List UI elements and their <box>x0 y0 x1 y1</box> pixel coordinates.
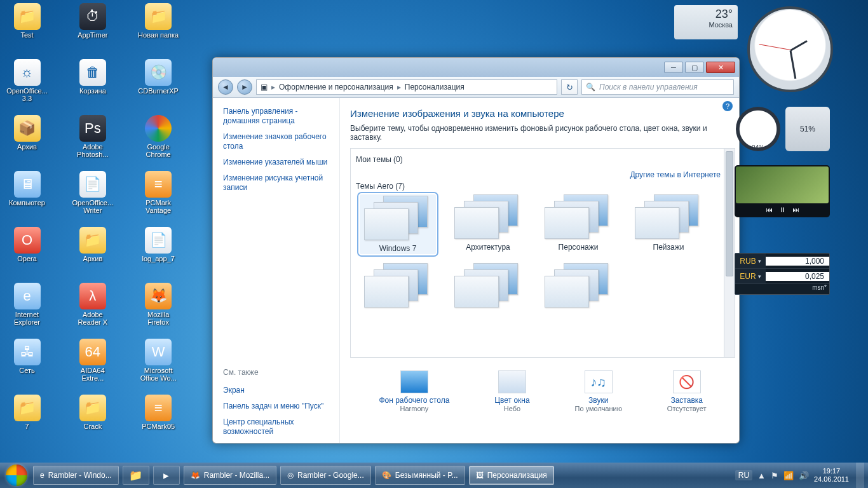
footer-link[interactable]: Звуки <box>588 396 608 405</box>
media-prev-icon[interactable]: ⏮ <box>766 206 773 214</box>
desktop-icon-22[interactable]: WMicrosoft Office Wo... <box>138 339 179 391</box>
desktop-icon-label: CDBurnerXP <box>138 87 179 95</box>
desktop-ico-glyph: 📄 <box>79 171 106 198</box>
footer-link[interactable]: Заставка <box>670 396 703 405</box>
refresh-button[interactable]: ↻ <box>561 79 578 95</box>
theme-extra-2[interactable] <box>540 263 616 309</box>
breadcrumb-1[interactable]: Оформление и персонализация <box>279 83 393 92</box>
theme-extra-1[interactable] <box>450 263 526 309</box>
window-titlebar[interactable]: ─ ▢ ✕ <box>213 58 739 77</box>
desktop-ico-glyph: λ <box>79 283 106 309</box>
clock-gadget[interactable] <box>747 6 833 92</box>
ram-meter-gadget[interactable]: 51% <box>785 107 830 151</box>
task-5[interactable]: 🎨Безымянный - P... <box>375 466 465 485</box>
desktop-icon-5[interactable]: eInternet Explorer <box>6 283 48 335</box>
sidebar-link-3[interactable]: Изменение рисунка учетной записи <box>223 173 333 193</box>
desktop-icon-label: Opera <box>17 255 37 262</box>
desktop-ico-glyph: 📦 <box>14 115 41 142</box>
desktop-icon-17[interactable]: 💿CDBurnerXP <box>138 59 179 111</box>
sidebar-seealso-2[interactable]: Центр специальных возможностей <box>223 417 333 437</box>
task-6[interactable]: 🖼Персонализация <box>469 466 554 485</box>
desktop-icon-label: Сеть <box>19 367 34 374</box>
desktop-icon-14[interactable]: 64AIDA64 Extre... <box>72 339 113 391</box>
scrollbar[interactable] <box>724 149 735 357</box>
desktop-icon-12[interactable]: 📁Архив <box>72 227 113 279</box>
minimize-button[interactable]: ─ <box>664 62 683 73</box>
tray-volume-icon[interactable]: 🔊 <box>799 471 809 480</box>
desktop-icon-0[interactable]: 📁Test <box>6 3 48 55</box>
currency-row-0[interactable]: RUB ▾1,000 <box>735 254 829 269</box>
task-4[interactable]: ◎Rambler - Google... <box>280 466 371 485</box>
desktop-icon-10[interactable]: PsAdobe Photosh... <box>72 115 113 167</box>
sidebar-link-2[interactable]: Изменение указателей мыши <box>223 158 333 167</box>
desktop-icon-13[interactable]: λAdobe Reader X <box>72 283 113 335</box>
media-gadget[interactable]: ⏮ ⏸ ⏭ <box>735 165 830 217</box>
sidebar-seealso-0[interactable]: Экран <box>223 386 333 395</box>
cpu-meter-gadget[interactable]: 04% <box>736 107 780 151</box>
pinned-icon-1[interactable]: 📁 <box>123 466 149 485</box>
footer-link[interactable]: Фон рабочего стола <box>379 396 449 405</box>
desktop-icon-20[interactable]: 📄log_app_7 <box>138 227 179 279</box>
theme-1[interactable]: Архитектура <box>450 194 526 254</box>
desktop-ico-glyph: 🖥 <box>14 171 41 198</box>
show-desktop-button[interactable] <box>857 463 864 488</box>
desktop-icon-11[interactable]: 📄OpenOffice... Writer <box>72 171 113 223</box>
sidebar-link-0[interactable]: Панель управления - домашняя страница <box>223 107 333 126</box>
desktop-icon-3[interactable]: 🖥Компьютер <box>6 171 48 223</box>
sidebar-link-1[interactable]: Изменение значков рабочего стола <box>223 132 333 151</box>
close-button[interactable]: ✕ <box>706 62 735 73</box>
nav-forward-button[interactable]: ► <box>237 79 252 95</box>
start-button[interactable] <box>4 463 29 488</box>
footer-item-1[interactable]: Цвет окнаНебо <box>494 370 529 412</box>
nav-back-button[interactable]: ◄ <box>218 79 233 95</box>
desktop-icon-8[interactable]: ⏱AppTimer <box>72 3 113 55</box>
desktop-icon-16[interactable]: 📁Новая папка <box>138 3 179 55</box>
desktop-icon-23[interactable]: ≡PCMark05 <box>138 395 179 447</box>
theme-3[interactable]: Пейзажи <box>630 194 707 254</box>
currency-row-1[interactable]: EUR ▾0,025 <box>735 269 829 284</box>
search-placeholder: Поиск в панели управления <box>599 83 698 92</box>
footer-link[interactable]: Цвет окна <box>494 396 529 405</box>
theme-0[interactable]: Windows 7 <box>360 194 436 254</box>
maximize-button[interactable]: ▢ <box>685 62 704 73</box>
breadcrumb[interactable]: ▣ ▸ Оформление и персонализация ▸ Персон… <box>256 79 557 95</box>
desktop-icon-1[interactable]: ☼OpenOffice... 3.3 <box>6 59 48 111</box>
desktop-icon-9[interactable]: 🗑Корзина <box>72 59 113 111</box>
desktop-ico-glyph: ≡ <box>145 171 172 198</box>
task-0[interactable]: eRambler - Windo... <box>33 466 119 485</box>
media-pause-icon[interactable]: ⏸ <box>779 206 786 214</box>
pinned-icon-2[interactable]: ▸ <box>153 466 180 485</box>
sidebar-seealso-1[interactable]: Панель задач и меню "Пуск" <box>223 402 333 411</box>
desktop-ico-glyph: ≡ <box>145 395 172 421</box>
task-3[interactable]: 🦊Rambler - Mozilla... <box>184 466 276 485</box>
footer-item-0[interactable]: Фон рабочего столаHarmony <box>379 370 449 412</box>
desktop-icon-19[interactable]: ≡PCMark Vantage <box>138 171 179 223</box>
tray-action-icon[interactable]: ⚑ <box>771 471 778 480</box>
footer-icon: 🚫 <box>673 370 701 393</box>
theme-extra-0[interactable] <box>360 263 436 309</box>
tray-flag-icon[interactable]: ▲ <box>757 471 766 480</box>
desktop-icon-4[interactable]: OOpera <box>6 227 48 279</box>
desktop-icon-18[interactable]: Google Chrome <box>138 115 179 167</box>
theme-label: Персонажи <box>559 243 599 252</box>
tray-clock[interactable]: 19:17 24.06.2011 <box>814 467 849 483</box>
desktop-icon-label: Crack <box>83 423 102 430</box>
desktop-ico-glyph: 64 <box>79 339 106 365</box>
desktop-icon-15[interactable]: 📁Crack <box>72 395 113 447</box>
weather-gadget[interactable]: 23° Москва <box>674 5 738 39</box>
desktop-icon-2[interactable]: 📦Архив <box>6 115 48 167</box>
tray-network-icon[interactable]: 📶 <box>783 471 794 480</box>
online-themes-link[interactable]: Другие темы в Интернете <box>630 170 721 179</box>
currency-source: msn* <box>735 284 829 294</box>
breadcrumb-2[interactable]: Персонализация <box>405 83 465 92</box>
footer-item-3[interactable]: 🚫ЗаставкаОтсутствует <box>667 370 707 412</box>
desktop-icon-6[interactable]: 🖧Сеть <box>6 339 48 391</box>
footer-item-2[interactable]: ♪♫ЗвукиПо умолчанию <box>575 370 622 412</box>
search-input[interactable]: 🔍 Поиск в панели управления <box>581 79 734 95</box>
desktop-icon-7[interactable]: 📁7 <box>6 395 48 447</box>
media-next-icon[interactable]: ⏭ <box>792 206 799 214</box>
currency-gadget[interactable]: RUB ▾1,000EUR ▾0,025msn* <box>735 253 830 295</box>
theme-2[interactable]: Персонажи <box>540 194 616 254</box>
lang-indicator[interactable]: RU <box>735 470 752 480</box>
desktop-icon-21[interactable]: 🦊Mozilla Firefox <box>138 283 179 335</box>
